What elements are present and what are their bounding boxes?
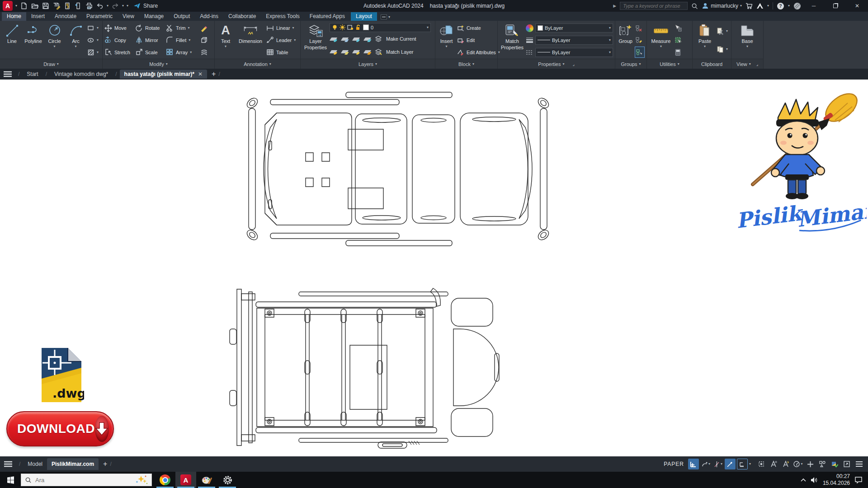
array-dropdown-icon[interactable]: ▾ [190,51,192,54]
panel-label-annotation[interactable]: Annotation▾ [215,59,300,69]
new-file-icon[interactable] [20,2,28,10]
panel-label-groups[interactable]: Groups▾ [615,59,646,69]
tab-annotate[interactable]: Annotate [50,12,81,21]
layer-lock-icon[interactable] [355,24,361,30]
drawing-canvas[interactable]: Pislik Mimar .dwg DOWNLOAD [0,80,868,456]
graphics-performance-button[interactable] [829,459,840,469]
autodesk-dropdown-icon[interactable]: ▾ [767,4,769,8]
panel-label-block[interactable]: Block▾ [435,59,497,69]
paste-dropdown-icon[interactable]: ▾ [704,45,706,48]
tab-layout[interactable]: Layout [351,12,377,21]
workspace-switching-button[interactable] [805,459,816,469]
file-tabs-menu-icon[interactable] [0,71,15,77]
annotation-scale-button[interactable]: ▾ [793,459,803,469]
layer-on-tool[interactable] [330,48,337,56]
copy-clip-button[interactable]: ▾ [716,44,728,55]
leader-button[interactable]: Leader▾ [266,34,298,46]
customize-qat-icon[interactable]: ▾ [127,4,128,8]
file-tab-vintage-komodin[interactable]: Vintage komodin dwg* [50,70,113,79]
layer-sun-tool[interactable] [352,48,360,56]
panel-label-draw[interactable]: Draw▾ [0,59,102,69]
isolate-objects-button[interactable] [817,459,828,469]
layer-freeze-tool[interactable] [352,35,360,43]
copy-button[interactable]: Copy [104,34,134,46]
arc-dropdown-icon[interactable]: ▾ [75,45,76,48]
stretch-button[interactable]: Stretch [104,47,134,58]
create-block-button[interactable]: Create [457,23,495,34]
paper-space-indicator[interactable]: PAPER [664,461,684,467]
taskbar-search-box[interactable] [21,474,152,486]
taskbar-chrome-icon[interactable] [155,472,175,488]
undo-dropdown-icon[interactable]: ▾ [107,4,108,8]
autoscale-toggle[interactable] [780,459,791,469]
autocad-app-icon[interactable]: A [3,1,13,11]
base-dropdown-icon[interactable]: ▾ [746,45,748,48]
fillet-button[interactable]: Fillet▾ [166,34,199,46]
mirror-button[interactable]: Mirror [135,34,165,46]
app-store-cart-icon[interactable] [745,2,753,9]
quick-calculator-button[interactable] [674,47,685,58]
customization-menu-icon[interactable] [854,459,864,469]
panel-label-properties[interactable]: Properties▾⌟ [498,59,615,69]
paste-button[interactable]: Paste▾ [694,22,715,58]
tab-manage[interactable]: Manage [139,12,169,21]
redo-icon[interactable] [111,2,119,10]
trim-dropdown-icon[interactable]: ▾ [188,26,190,30]
match-layer-icon[interactable] [375,48,382,56]
bed-top-view-drawing[interactable] [239,90,557,248]
group-edit-button[interactable] [635,34,645,46]
measure-button[interactable]: Measure▾ [649,22,673,58]
layer-color-swatch[interactable] [363,24,369,30]
autodesk-logo-icon[interactable] [756,3,764,9]
tab-collaborate[interactable]: Collaborate [223,12,261,21]
edit-block-button[interactable]: Edit [457,34,495,46]
layer-plot-icon[interactable] [347,24,354,30]
selection-cycling-toggle[interactable] [756,459,767,469]
chevron-down-icon[interactable]: ▾ [15,4,17,8]
help-search-input[interactable] [620,2,688,10]
tab-insert[interactable]: Insert [26,12,50,21]
restore-button[interactable] [826,0,844,12]
panel-label-view[interactable]: View▾⌟ [731,59,763,69]
hatch-tool[interactable]: ▾ [87,47,100,58]
search-collapse-icon[interactable]: ▶ [613,4,616,8]
bed-frame-view-drawing[interactable] [229,286,571,449]
close-button[interactable]: ✕ [848,0,866,12]
layer-freeze-icon[interactable] [340,24,345,30]
explode-button[interactable] [200,34,212,46]
layer-lock-tool[interactable] [363,35,371,43]
undo-icon[interactable] [96,2,104,10]
tab-home[interactable]: Home [2,12,26,21]
layer-unlock-tool[interactable] [363,48,371,56]
rectangle-tool[interactable]: ▾ [87,23,100,34]
rotate-button[interactable]: Rotate [135,23,165,34]
layer-thaw-tool[interactable] [341,48,349,56]
dimension-button[interactable]: Dimension [236,22,265,58]
panel-label-utilities[interactable]: Utilities▾ [647,59,692,69]
make-current-icon[interactable] [375,35,382,43]
grid-display-toggle[interactable] [688,459,699,469]
group-button[interactable]: Group [617,22,634,58]
file-tab-start[interactable]: Start [22,70,42,79]
erase-button[interactable] [200,23,212,34]
share-button[interactable]: Share [133,2,158,10]
clean-screen-button[interactable] [841,459,852,469]
file-tab-hasta-yatagi[interactable]: hasta yatağı (pislik mimar)* ✕ [120,70,207,79]
quick-select-button[interactable] [674,23,685,34]
panel-label-clipboard[interactable]: Clipboard [693,59,731,69]
snap-mode-toggle[interactable]: ▾ [700,459,711,469]
text-button[interactable]: A Text▾ [217,22,235,58]
layer-on-icon[interactable] [332,24,338,30]
action-center-icon[interactable] [854,476,863,483]
publish-icon[interactable] [74,2,82,10]
download-button[interactable]: DOWNLOAD [6,411,114,446]
object-color-select[interactable]: ByLayer▾ [535,23,613,33]
layout-tab-pislikmimar[interactable]: PislikMimar.com [47,458,99,470]
circle-dropdown-icon[interactable]: ▾ [53,45,55,48]
account-button[interactable]: mimarlucky ▾ [702,2,742,9]
panel-launcher-icon[interactable]: ⌟ [572,62,574,66]
arc-button[interactable]: Arc▾ [66,22,86,58]
tab-output[interactable]: Output [169,12,195,21]
panel-label-modify[interactable]: Modify▾ [103,59,214,69]
edit-attributes-button[interactable]: Edit Attributes▾ [457,47,495,58]
